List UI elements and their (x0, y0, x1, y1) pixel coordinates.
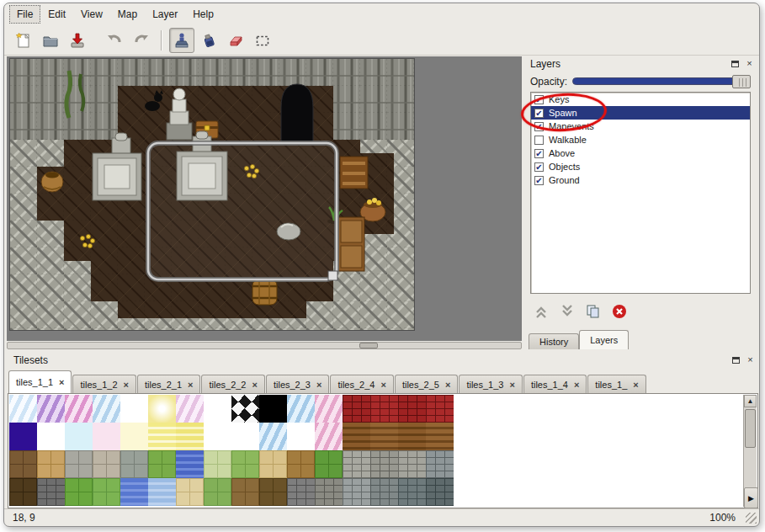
menu-layer[interactable]: Layer (145, 5, 185, 24)
duplicate-layer-button[interactable] (584, 302, 603, 321)
tab-close-icon[interactable]: × (574, 380, 579, 389)
palette-tile[interactable] (231, 395, 259, 423)
scroll-up-button[interactable]: ▲ (744, 395, 757, 407)
close-icon[interactable]: × (744, 58, 755, 69)
opacity-slider-handle[interactable] (732, 75, 751, 88)
palette-tile[interactable] (93, 450, 120, 478)
palette-tile[interactable] (231, 450, 259, 478)
palette-tile[interactable] (65, 395, 93, 423)
palette-tile[interactable] (120, 478, 148, 506)
palette-tile[interactable] (9, 478, 37, 506)
palette-tile[interactable] (65, 478, 93, 506)
opacity-slider[interactable] (572, 77, 751, 85)
redo-button[interactable] (129, 28, 154, 53)
menu-help[interactable]: Help (185, 5, 221, 24)
close-icon[interactable]: × (745, 354, 756, 365)
palette-tile[interactable] (315, 478, 343, 506)
palette-tile[interactable] (37, 423, 65, 450)
palette-tile[interactable] (370, 423, 398, 450)
palette-tile[interactable] (9, 395, 37, 423)
palette-tile[interactable] (343, 395, 370, 423)
palette-tile[interactable] (148, 478, 176, 506)
move-up-button[interactable] (532, 302, 550, 321)
palette-tile[interactable] (37, 395, 65, 423)
tab-close-icon[interactable]: × (316, 380, 321, 389)
palette-tile[interactable] (259, 478, 287, 506)
map-viewport[interactable] (7, 56, 522, 341)
palette-tile[interactable] (231, 423, 259, 450)
palette-tile[interactable] (343, 423, 370, 450)
palette-tile[interactable] (148, 450, 176, 478)
restore-icon[interactable] (730, 354, 741, 365)
rect-select-tool-button[interactable] (250, 28, 275, 53)
palette-tile[interactable] (93, 478, 120, 506)
palette-tile[interactable] (287, 423, 315, 450)
menu-edit[interactable]: Edit (40, 5, 73, 24)
tileset-tab-tiles_2_3[interactable]: tiles_2_3× (266, 375, 329, 393)
tab-close-icon[interactable]: × (188, 380, 193, 389)
tab-close-icon[interactable]: × (124, 380, 129, 389)
palette-tile[interactable] (231, 478, 259, 506)
palette-tile[interactable] (148, 423, 176, 450)
tab-close-icon[interactable]: × (509, 380, 514, 389)
palette-tile[interactable] (370, 478, 398, 506)
layer-list[interactable]: ✔Keys✔Spawn✔MapeventsWalkable✔Above✔Obje… (530, 92, 751, 294)
tab-close-icon[interactable]: × (59, 378, 64, 386)
tab-close-icon[interactable]: × (252, 380, 258, 389)
palette-tile[interactable] (176, 423, 204, 450)
palette-tile[interactable] (398, 423, 426, 450)
tileset-tab-tiles_1_3[interactable]: tiles_1_3× (459, 375, 522, 393)
open-button[interactable] (38, 28, 63, 53)
selection-rectangle[interactable] (148, 143, 337, 280)
layer-visibility-checkbox[interactable]: ✔ (534, 176, 544, 185)
palette-tile[interactable] (370, 395, 398, 423)
palette-tile[interactable] (259, 423, 287, 450)
palette-tile[interactable] (148, 395, 176, 423)
new-file-button[interactable] (11, 28, 36, 53)
palette-tile[interactable] (343, 450, 370, 478)
layer-visibility-checkbox[interactable] (534, 136, 544, 145)
palette-tile[interactable] (204, 450, 231, 478)
restore-icon[interactable] (730, 58, 741, 69)
map-canvas[interactable] (9, 58, 415, 331)
palette-tile[interactable] (287, 395, 315, 423)
palette-tile[interactable] (398, 450, 426, 478)
palette-tile[interactable] (315, 395, 343, 423)
palette-tile[interactable] (287, 478, 315, 506)
layer-row-mapevents[interactable]: ✔Mapevents (531, 120, 750, 133)
layer-row-keys[interactable]: ✔Keys (531, 93, 750, 106)
resize-grip[interactable] (746, 513, 757, 524)
stamp-tool-button[interactable] (169, 28, 194, 53)
layer-row-above[interactable]: ✔Above (531, 146, 750, 160)
map-horizontal-scrollbar[interactable] (7, 342, 522, 349)
fill-tool-button[interactable] (196, 28, 221, 53)
palette-tile[interactable] (65, 423, 93, 450)
palette-tile[interactable] (315, 423, 343, 450)
menu-map[interactable]: Map (110, 5, 145, 24)
tab-layers[interactable]: Layers (579, 330, 629, 349)
layer-row-ground[interactable]: ✔Ground (531, 173, 750, 187)
tileset-tab-tiles_2_5[interactable]: tiles_2_5× (395, 375, 458, 393)
tileset-tab-tiles_1_1[interactable]: tiles_1_1× (8, 370, 72, 393)
tab-history[interactable]: History (529, 333, 579, 349)
palette-tile[interactable] (287, 450, 315, 478)
palette-tile[interactable] (426, 450, 454, 478)
palette-tile[interactable] (176, 478, 204, 506)
palette-tile[interactable] (93, 395, 120, 423)
tile-palette[interactable]: ▲ ▼ (8, 393, 758, 508)
layer-row-walkable[interactable]: Walkable (531, 133, 750, 146)
palette-tile[interactable] (259, 450, 287, 478)
palette-tile[interactable] (37, 478, 65, 506)
selection-resize-handle[interactable] (328, 271, 337, 280)
palette-tile[interactable] (426, 395, 454, 423)
palette-tile[interactable] (9, 450, 37, 478)
layer-row-spawn[interactable]: ✔Spawn (531, 106, 750, 120)
palette-tile[interactable] (259, 395, 287, 423)
tileset-tab-tiles_1_4[interactable]: tiles_1_4× (523, 375, 587, 393)
layer-visibility-checkbox[interactable]: ✔ (534, 162, 544, 172)
tab-scroll-right-button[interactable]: ▶ (744, 487, 758, 508)
tileset-tab-tiles_2_4[interactable]: tiles_2_4× (330, 375, 393, 393)
move-down-button[interactable] (558, 302, 576, 321)
palette-tile[interactable] (120, 450, 148, 478)
menu-file[interactable]: File (9, 5, 40, 24)
